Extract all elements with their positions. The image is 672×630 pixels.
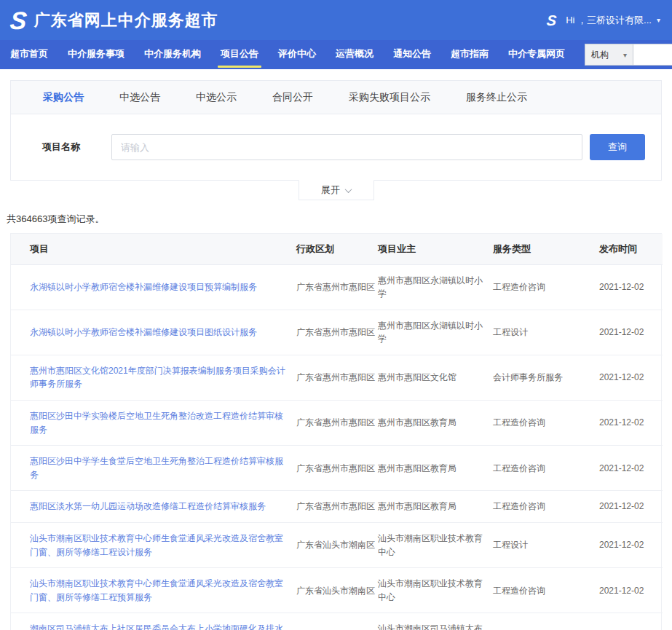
- table-body: 永湖镇以时小学教师宿舍楼补漏维修建设项目预算编制服务广东省惠州市惠阳区惠州市惠阳…: [11, 264, 663, 630]
- date-cell: 2021-12-02: [599, 401, 663, 446]
- nav-item[interactable]: 超市首页: [10, 40, 48, 69]
- project-link[interactable]: 惠阳区淡水第一幼儿园运动场改造修缮工程造价结算审核服务: [30, 501, 266, 511]
- tab[interactable]: 中选公告: [119, 91, 160, 104]
- tab[interactable]: 中选公示: [196, 91, 237, 104]
- chevron-down-icon: [345, 186, 352, 193]
- table-row: 永湖镇以时小学教师宿舍楼补漏维修建设项目预算编制服务广东省惠州市惠阳区惠州市惠阳…: [11, 264, 663, 310]
- date-cell: 2021-12-02: [599, 491, 663, 523]
- region-cell: 广东省惠州市惠阳区: [296, 355, 378, 400]
- date-cell: 2021-12-02: [599, 613, 663, 630]
- project-name-label: 项目名称: [11, 141, 111, 154]
- owner-cell: 汕头市潮南区职业技术教育中心: [378, 523, 493, 568]
- column-header: 项目: [11, 234, 296, 264]
- tab[interactable]: 合同公开: [272, 91, 313, 104]
- caret-down-icon: ▾: [657, 16, 660, 24]
- region-cell: 广东省惠州市惠阳区: [296, 264, 378, 310]
- site-title: 广东省网上中介服务超市: [34, 9, 218, 31]
- user-logo-icon: S: [546, 13, 557, 28]
- owner-cell: 惠州市惠阳区教育局: [378, 491, 493, 523]
- filter-card: 采购公告中选公告中选公示合同公开采购失败项目公示服务终止公示 项目名称 查询: [10, 80, 662, 181]
- region-cell: 广东省惠州市惠阳区: [296, 446, 378, 491]
- service-cell: 工程造价咨询: [493, 446, 599, 491]
- date-cell: 2021-12-02: [599, 310, 663, 355]
- nav-item[interactable]: 中介服务事项: [68, 40, 124, 69]
- project-cell: 惠阳区沙田中学实验楼后空地卫生死角整治改造工程造价结算审核服务: [11, 401, 296, 446]
- tab[interactable]: 服务终止公示: [466, 91, 527, 104]
- query-button[interactable]: 查询: [590, 134, 645, 160]
- project-link[interactable]: 汕头市潮南区职业技术教育中心师生食堂通风采光改造及宿舍教室门窗、厕所等修缮工程预…: [30, 578, 283, 602]
- date-cell: 2021-12-02: [599, 355, 663, 400]
- region-cell: 广东省汕头市潮南区: [296, 613, 378, 630]
- service-cell: 工程造价咨询: [493, 613, 599, 630]
- date-cell: 2021-12-02: [599, 568, 663, 613]
- project-cell: 永湖镇以时小学教师宿舍楼补漏维修建设项目预算编制服务: [11, 264, 296, 310]
- service-cell: 工程造价咨询: [493, 264, 599, 310]
- project-cell: 惠阳区淡水第一幼儿园运动场改造修缮工程造价结算审核服务: [11, 491, 296, 523]
- search-category-select[interactable]: 机构 ▾: [585, 44, 633, 65]
- project-link[interactable]: 汕头市潮南区职业技术教育中心师生食堂通风采光改造及宿舍教室门窗、厕所等修缮工程设…: [30, 533, 283, 557]
- project-link[interactable]: 惠阳区沙田中学实验楼后空地卫生死角整治改造工程造价结算审核服务: [30, 411, 283, 435]
- nav-item[interactable]: 中介专属网页: [508, 40, 565, 69]
- project-link[interactable]: 永湖镇以时小学教师宿舍楼补漏维修建设项目图纸设计服务: [30, 327, 257, 337]
- region-cell: 广东省汕头市潮南区: [296, 523, 378, 568]
- owner-cell: 汕头市潮南区司马浦镇大布上居民委员会: [378, 613, 493, 630]
- expand-button[interactable]: 展开: [299, 180, 374, 200]
- owner-cell: 惠州市惠阳区文化馆: [378, 355, 493, 400]
- nav-item[interactable]: 评价中心: [278, 40, 316, 69]
- project-link[interactable]: 惠阳区沙田中学学生食堂后空地卫生死角整治工程造价结算审核服务: [30, 456, 283, 480]
- service-cell: 工程造价咨询: [493, 491, 599, 523]
- nav-search: 机构 ▾: [585, 44, 672, 66]
- project-cell: 汕头市潮南区职业技术教育中心师生食堂通风采光改造及宿舍教室门窗、厕所等修缮工程设…: [11, 523, 296, 568]
- service-cell: 会计师事务所服务: [493, 355, 599, 400]
- results-summary: 共364663项查询记录。: [7, 213, 672, 226]
- nav-item[interactable]: 项目公告: [221, 40, 258, 69]
- date-cell: 2021-12-02: [599, 446, 663, 491]
- project-link[interactable]: 潮南区司马浦镇大布上社区居民委员会大布上小学地面硬化及排水系统建设项目预算服务: [30, 623, 283, 630]
- main-nav: 超市首页中介服务事项中介服务机构项目公告评价中心运营概况通知公告超市指南中介专属…: [0, 40, 672, 69]
- service-cell: 工程造价咨询: [493, 568, 599, 613]
- user-menu[interactable]: S Hi ，三桥设计有限... ▾: [547, 13, 660, 28]
- expand-wrap: 展开: [0, 181, 672, 200]
- project-link[interactable]: 永湖镇以时小学教师宿舍楼补漏维修建设项目预算编制服务: [30, 282, 257, 292]
- owner-cell: 汕头市潮南区职业技术教育中心: [378, 568, 493, 613]
- filter-form: 项目名称 查询: [11, 114, 661, 180]
- nav-item[interactable]: 超市指南: [451, 40, 489, 69]
- table-row: 惠阳区沙田中学学生食堂后空地卫生死角整治工程造价结算审核服务广东省惠州市惠阳区惠…: [11, 446, 663, 491]
- nav-item[interactable]: 中介服务机构: [144, 40, 201, 69]
- nav-item[interactable]: 通知公告: [393, 40, 431, 69]
- column-header: 行政区划: [296, 234, 378, 264]
- project-link[interactable]: 惠州市惠阳区文化馆2021年度部门决算报表编制服务项目采购会计师事务所服务: [30, 366, 285, 390]
- table-row: 潮南区司马浦镇大布上社区居民委员会大布上小学地面硬化及排水系统建设项目预算服务广…: [11, 613, 663, 630]
- announcement-table: 项目行政区划项目业主服务类型发布时间 永湖镇以时小学教师宿舍楼补漏维修建设项目预…: [10, 233, 662, 630]
- owner-cell: 惠州市惠阳区教育局: [378, 446, 493, 491]
- table-row: 汕头市潮南区职业技术教育中心师生食堂通风采光改造及宿舍教室门窗、厕所等修缮工程预…: [11, 568, 663, 613]
- tab[interactable]: 采购失败项目公示: [349, 91, 430, 104]
- service-cell: 工程设计: [493, 310, 599, 355]
- project-name-input[interactable]: [111, 134, 582, 160]
- service-cell: 工程设计: [493, 523, 599, 568]
- table-header-row: 项目行政区划项目业主服务类型发布时间: [11, 234, 663, 264]
- top-header: S 广东省网上中介服务超市 S Hi ，三桥设计有限... ▾: [0, 0, 672, 40]
- owner-cell: 惠州市惠阳区教育局: [378, 401, 493, 446]
- project-cell: 永湖镇以时小学教师宿舍楼补漏维修建设项目图纸设计服务: [11, 310, 296, 355]
- project-cell: 惠州市惠阳区文化馆2021年度部门决算报表编制服务项目采购会计师事务所服务: [11, 355, 296, 400]
- table-row: 惠州市惠阳区文化馆2021年度部门决算报表编制服务项目采购会计师事务所服务广东省…: [11, 355, 663, 400]
- table-row: 汕头市潮南区职业技术教育中心师生食堂通风采光改造及宿舍教室门窗、厕所等修缮工程设…: [11, 523, 663, 568]
- project-cell: 汕头市潮南区职业技术教育中心师生食堂通风采光改造及宿舍教室门窗、厕所等修缮工程预…: [11, 568, 296, 613]
- service-cell: 工程造价咨询: [493, 401, 599, 446]
- expand-label: 展开: [321, 184, 340, 197]
- nav-item[interactable]: 运营概况: [336, 40, 373, 69]
- table-row: 惠阳区淡水第一幼儿园运动场改造修缮工程造价结算审核服务广东省惠州市惠阳区惠州市惠…: [11, 491, 663, 523]
- nav-items: 超市首页中介服务事项中介服务机构项目公告评价中心运营概况通知公告超市指南中介专属…: [10, 40, 585, 69]
- date-cell: 2021-12-02: [599, 523, 663, 568]
- user-greeting: Hi ，三桥设计有限...: [566, 14, 652, 27]
- project-cell: 惠阳区沙田中学学生食堂后空地卫生死角整治工程造价结算审核服务: [11, 446, 296, 491]
- tab-bar: 采购公告中选公告中选公示合同公开采购失败项目公示服务终止公示: [11, 81, 661, 114]
- nav-search-input[interactable]: [633, 44, 672, 65]
- tab[interactable]: 采购公告: [43, 91, 84, 104]
- site-logo-icon: S: [9, 8, 28, 33]
- table-row: 永湖镇以时小学教师宿舍楼补漏维修建设项目图纸设计服务广东省惠州市惠阳区惠州市惠阳…: [11, 310, 663, 355]
- column-header: 服务类型: [493, 234, 599, 264]
- search-category-value: 机构: [591, 49, 609, 61]
- owner-cell: 惠州市惠阳区永湖镇以时小学: [378, 310, 493, 355]
